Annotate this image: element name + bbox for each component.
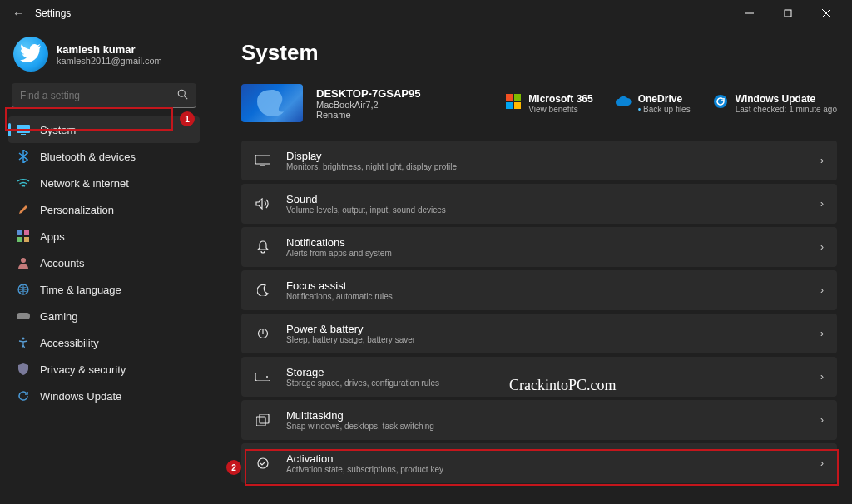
nav-bluetooth[interactable]: Bluetooth & devices: [8, 143, 200, 170]
status-title: Windows Update: [736, 93, 837, 105]
svg-rect-11: [24, 237, 29, 242]
row-title: Multitasking: [286, 409, 434, 422]
chevron-right-icon: ›: [820, 414, 824, 426]
page-title: System: [241, 40, 837, 66]
status-subtitle: Last checked: 1 minute ago: [736, 105, 837, 114]
nav-system[interactable]: System: [8, 116, 200, 143]
power-icon: [255, 328, 271, 339]
ms365-icon: [505, 93, 522, 110]
device-model: MacBookAir7,2: [316, 100, 420, 110]
main-content: System DESKTOP-7GSAP95 MacBookAir7,2 Ren…: [208, 27, 852, 504]
status-update[interactable]: Windows UpdateLast checked: 1 minute ago: [712, 93, 837, 114]
system-icon: [17, 123, 30, 136]
status-onedrive[interactable]: OneDriveBack up files: [615, 93, 691, 114]
svg-point-26: [266, 376, 268, 378]
shield-icon: [17, 363, 30, 376]
row-multitasking[interactable]: MultitaskingSnap windows, desktops, task…: [241, 400, 837, 440]
svg-rect-1: [785, 10, 791, 17]
search-icon: [177, 89, 188, 102]
svg-rect-8: [17, 230, 22, 235]
row-title: Focus assist: [286, 279, 393, 292]
nav-accounts[interactable]: Accounts: [8, 250, 200, 276]
profile-email: kamlesh2011@gmail.com: [57, 56, 162, 66]
row-activation[interactable]: ActivationActivation state, subscription…: [241, 443, 837, 483]
nav-privacy[interactable]: Privacy & security: [8, 356, 200, 383]
minimize-button[interactable]: [731, 0, 769, 27]
row-storage[interactable]: StorageStorage space, drives, configurat…: [241, 357, 837, 397]
svg-rect-16: [506, 94, 513, 101]
chevron-right-icon: ›: [820, 155, 824, 166]
status-ms365[interactable]: Microsoft 365View benefits: [505, 93, 592, 114]
svg-point-12: [21, 258, 26, 263]
window-title: Settings: [35, 7, 71, 19]
chevron-right-icon: ›: [820, 284, 824, 296]
nav-label: Accessibility: [40, 337, 99, 349]
row-title: Display: [286, 150, 457, 162]
row-subtitle: Alerts from apps and system: [286, 249, 392, 258]
wifi-icon: [17, 176, 30, 190]
nav-label: Bluetooth & devices: [40, 151, 136, 163]
nav-accessibility[interactable]: Accessibility: [8, 329, 200, 356]
status-subtitle: View benefits: [528, 105, 592, 114]
update-icon: [17, 389, 30, 403]
device-rename[interactable]: Rename: [316, 110, 420, 120]
search-input[interactable]: [20, 90, 177, 101]
profile-name: kamlesh kumar: [57, 43, 162, 56]
status-title: Microsoft 365: [528, 93, 592, 105]
row-subtitle: Volume levels, output, input, sound devi…: [286, 205, 446, 215]
svg-rect-21: [255, 155, 270, 164]
globe-icon: [17, 283, 30, 296]
nav-label: Network & internet: [40, 177, 129, 190]
user-icon: [17, 256, 30, 269]
row-subtitle: Activation state, subscriptions, product…: [286, 465, 443, 474]
device-image: [241, 84, 303, 122]
avatar: [13, 37, 48, 72]
windows-update-icon: [712, 93, 729, 110]
svg-rect-27: [256, 417, 265, 426]
nav-label: Accounts: [40, 257, 84, 269]
row-subtitle: Sleep, battery usage, battery saver: [286, 335, 415, 344]
status-subtitle: Back up files: [638, 105, 691, 114]
svg-rect-9: [24, 230, 29, 235]
row-subtitle: Notifications, automatic rules: [286, 292, 393, 301]
maximize-button[interactable]: [769, 0, 807, 27]
nav-time-language[interactable]: Time & language: [8, 276, 200, 303]
close-button[interactable]: [807, 0, 845, 27]
nav-personalization[interactable]: Personalization: [8, 196, 200, 223]
row-title: Storage: [286, 366, 439, 378]
row-power[interactable]: Power & batterySleep, battery usage, bat…: [241, 314, 837, 353]
row-notifications[interactable]: NotificationsAlerts from apps and system…: [241, 227, 837, 267]
device-name: DESKTOP-7GSAP95: [316, 87, 420, 100]
nav-label: Windows Update: [40, 390, 121, 403]
svg-rect-19: [514, 102, 521, 109]
svg-point-4: [178, 90, 185, 96]
row-focus-assist[interactable]: Focus assistNotifications, automatic rul…: [241, 270, 837, 310]
row-title: Power & battery: [286, 323, 415, 335]
row-title: Activation: [286, 452, 443, 465]
chevron-right-icon: ›: [820, 198, 824, 210]
svg-rect-14: [17, 313, 30, 319]
onedrive-icon: [615, 93, 632, 110]
nav-label: System: [40, 124, 76, 136]
search-box[interactable]: [12, 83, 196, 108]
multitasking-icon: [255, 414, 271, 426]
titlebar: ← Settings: [0, 0, 852, 27]
nav-network[interactable]: Network & internet: [8, 170, 200, 196]
check-circle-icon: [255, 457, 271, 469]
bluetooth-icon: [17, 150, 30, 163]
nav-apps[interactable]: Apps: [8, 223, 200, 250]
row-subtitle: Monitors, brightness, night light, displ…: [286, 162, 457, 171]
profile-block[interactable]: kamlesh kumar kamlesh2011@gmail.com: [7, 32, 201, 83]
nav-windows-update[interactable]: Windows Update: [8, 383, 200, 409]
nav-gaming[interactable]: Gaming: [8, 303, 200, 329]
brush-icon: [17, 203, 30, 216]
nav-label: Gaming: [40, 310, 78, 323]
nav-list: System Bluetooth & devices Network & int…: [7, 116, 201, 409]
row-sound[interactable]: SoundVolume levels, output, input, sound…: [241, 184, 837, 224]
annotation-badge-2: 2: [226, 460, 241, 475]
back-button[interactable]: ←: [7, 7, 30, 20]
svg-rect-18: [506, 102, 513, 109]
svg-point-15: [22, 338, 25, 340]
settings-list: DisplayMonitors, brightness, night light…: [241, 141, 837, 483]
row-display[interactable]: DisplayMonitors, brightness, night light…: [241, 141, 837, 180]
